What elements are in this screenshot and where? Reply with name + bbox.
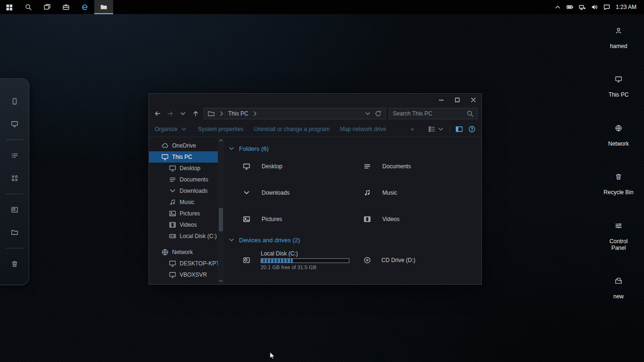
music-note-icon [169, 198, 176, 206]
folder-item-documents[interactable]: Documents [360, 159, 480, 174]
nav-item-music[interactable]: Music [149, 197, 218, 208]
nav-item-vboxsvr[interactable]: VBOXSVR [149, 269, 218, 280]
nav-item-this-pc[interactable]: This PC [149, 151, 218, 163]
desktop-icon-control-panel[interactable]: Control Panel [597, 216, 640, 252]
nav-item-label: Music [180, 199, 194, 206]
scrollbar-thumb[interactable] [219, 208, 223, 231]
cd-icon [360, 253, 375, 268]
recent-locations-chevron[interactable] [178, 108, 188, 119]
search-input[interactable] [393, 110, 463, 117]
nav-item-desktop-kpt6f[interactable]: DESKTOP-KPT6F [149, 258, 218, 269]
preview-pane-button[interactable] [455, 125, 463, 133]
refresh-icon[interactable] [374, 110, 382, 117]
desktop-icons: hamed This PC Network Recycle Bin Contro… [597, 21, 640, 300]
drive-item-cd-drive-d[interactable]: CD Drive (D:) [360, 250, 480, 270]
battery-icon[interactable] [564, 0, 576, 14]
system-tray: 1:23 AM [552, 0, 644, 14]
desktop-icon-this-pc[interactable]: This PC [597, 69, 640, 98]
folder-item-downloads[interactable]: Downloads [239, 185, 360, 200]
search-box[interactable] [389, 108, 478, 119]
drive-item-local-disk-c[interactable]: Local Disk (C:) 20.1 GB free of 31.5 GB [239, 250, 360, 270]
network-icon[interactable] [576, 0, 588, 14]
nav-item-network[interactable]: Network [149, 247, 218, 258]
nav-item-label: This PC [172, 154, 192, 160]
section-header-folders[interactable]: Folders (6) [228, 145, 477, 152]
folder-item-label: Desktop [262, 163, 282, 170]
sliders-icon [609, 216, 628, 236]
monitor-icon [169, 165, 176, 172]
notifications-icon[interactable] [601, 0, 613, 14]
command-toolbar: Organize System properties Uninstall or … [149, 121, 481, 137]
address-bar[interactable]: This PC [204, 108, 386, 119]
organize-menu[interactable]: Organize [155, 125, 188, 133]
desktop-icon-hamed[interactable]: hamed [597, 21, 640, 49]
minimize-button[interactable] [433, 94, 449, 106]
globe-icon [161, 248, 169, 256]
dock-playlist-icon[interactable] [5, 146, 24, 165]
start-button[interactable] [0, 0, 19, 14]
folder-item-music[interactable]: Music [360, 185, 480, 200]
system-properties-button[interactable]: System properties [198, 126, 244, 132]
close-button[interactable] [465, 94, 481, 106]
map-network-drive-button[interactable]: Map network drive [340, 126, 386, 132]
download-chevron-icon [239, 185, 254, 200]
user-icon [609, 21, 628, 41]
nav-item-local-disk-c[interactable]: Local Disk (C:) [149, 230, 218, 242]
address-dropdown-chevron[interactable] [364, 110, 372, 117]
nav-item-label: Desktop [180, 165, 200, 172]
hard-disk-icon [239, 253, 254, 268]
desktop-icon-new[interactable]: new [597, 271, 640, 300]
folder-item-label: Videos [382, 216, 399, 222]
taskbar-clock[interactable]: 1:23 AM [613, 4, 641, 10]
nav-item-pictures[interactable]: Pictures [149, 208, 218, 219]
change-view-button[interactable] [428, 125, 445, 133]
maximize-button[interactable] [449, 94, 465, 106]
trash-icon [609, 167, 628, 187]
titlebar[interactable] [149, 94, 481, 106]
nav-item-desktop[interactable]: Desktop [149, 163, 218, 174]
show-hidden-icons-chevron[interactable] [552, 0, 564, 14]
folder-item-desktop[interactable]: Desktop [239, 159, 360, 174]
folder-item-pictures[interactable]: Pictures [239, 212, 360, 227]
desktop-icon-label: Control Panel [602, 238, 635, 252]
scrollbar-up-arrow[interactable] [218, 137, 224, 144]
help-button[interactable] [468, 125, 476, 133]
breadcrumb-this-pc[interactable]: This PC [228, 110, 248, 117]
dock-divider [6, 194, 23, 194]
picture-icon [239, 212, 254, 227]
up-button[interactable] [191, 108, 200, 119]
uninstall-program-button[interactable]: Uninstall or change a program [254, 126, 330, 132]
back-button[interactable] [153, 108, 162, 119]
dock-folder-icon[interactable] [5, 223, 24, 242]
toolbar-overflow-chevron[interactable]: » [411, 125, 414, 132]
volume-icon[interactable] [588, 0, 601, 14]
taskbar-search-button[interactable] [19, 0, 38, 14]
desktop-icon-network[interactable]: Network [597, 118, 640, 147]
section-header-devices[interactable]: Devices and drives (2) [228, 236, 477, 244]
drive-capacity-fill [261, 259, 293, 263]
taskbar-edge-button[interactable] [75, 0, 94, 14]
dock-disc-icon[interactable] [5, 200, 24, 219]
nav-item-videos[interactable]: Videos [149, 219, 218, 230]
mouse-cursor [269, 352, 276, 359]
taskbar-store-button[interactable] [57, 0, 75, 14]
nav-pane-scrollbar[interactable] [218, 137, 224, 284]
breadcrumb-chevron-icon[interactable] [251, 110, 259, 117]
task-view-button[interactable] [38, 0, 57, 14]
dock-tic-tac-toe-icon[interactable] [5, 169, 24, 188]
address-folder-icon [207, 110, 215, 117]
monitor-icon [169, 260, 176, 267]
dock-phone-icon[interactable] [5, 92, 24, 111]
nav-item-downloads[interactable]: Downloads [149, 185, 218, 197]
folder-documents-icon [609, 271, 628, 291]
taskbar-file-explorer-button[interactable] [94, 0, 113, 14]
dock-recycle-icon[interactable] [5, 255, 24, 273]
forward-button[interactable] [165, 108, 175, 119]
nav-item-onedrive[interactable]: OneDrive [149, 140, 218, 151]
scrollbar-down-arrow[interactable] [218, 278, 224, 284]
desktop-icon-recycle-bin[interactable]: Recycle Bin [597, 167, 640, 196]
breadcrumb-chevron-icon[interactable] [218, 110, 225, 117]
nav-item-documents[interactable]: Documents [149, 174, 218, 185]
folder-item-videos[interactable]: Videos [360, 212, 480, 227]
dock-display-icon[interactable] [5, 115, 24, 133]
